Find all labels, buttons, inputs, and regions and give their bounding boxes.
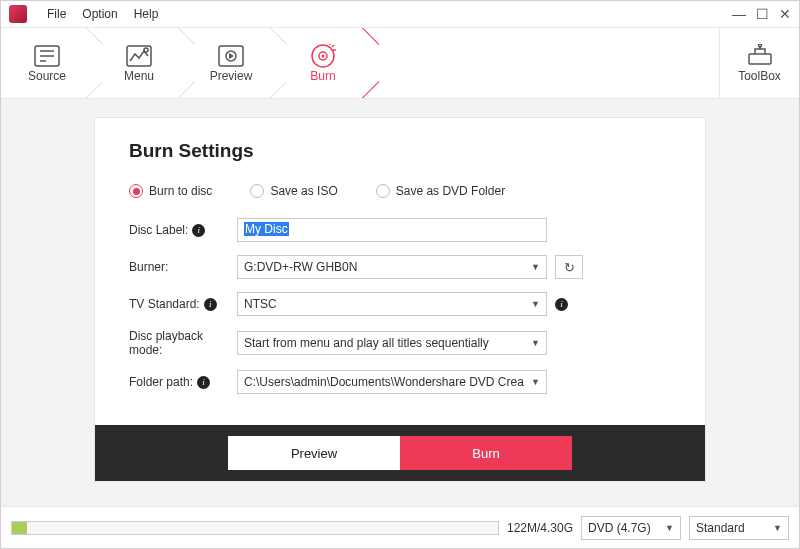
step-nav: Source Menu Preview Burn ToolBox [1,27,799,99]
quality-select[interactable]: Standard▼ [689,516,789,540]
info-icon[interactable]: i [204,298,217,311]
menubar: File Option Help — ☐ ✕ [1,1,799,27]
radio-label: Save as DVD Folder [396,184,505,198]
step-source[interactable]: Source [1,28,93,98]
capacity-text: 122M/4.30G [507,521,573,535]
preview-button[interactable]: Preview [228,436,400,470]
source-icon [32,43,62,69]
step-label: Burn [310,69,335,83]
chevron-down-icon: ▼ [531,299,540,309]
select-value: Start from menu and play all titles sequ… [244,336,489,350]
step-label: Menu [124,69,154,83]
burn-button[interactable]: Burn [400,436,572,470]
preview-icon [216,43,246,69]
capacity-fill [12,522,27,534]
label-folder-path: Folder path: i [129,375,237,389]
select-value: DVD (4.7G) [588,521,651,535]
select-value: Standard [696,521,745,535]
playback-mode-select[interactable]: Start from menu and play all titles sequ… [237,331,547,355]
close-icon[interactable]: ✕ [779,7,791,21]
workspace: Burn Settings Burn to disc Save as ISO S… [1,99,799,506]
menu-option[interactable]: Option [82,7,117,21]
label-burner: Burner: [129,260,237,274]
toolbox-label: ToolBox [738,69,781,83]
step-preview[interactable]: Preview [185,28,277,98]
step-label: Preview [210,69,253,83]
menu-file[interactable]: File [47,7,66,21]
svg-rect-12 [749,54,771,64]
folder-path-select[interactable]: C:\Users\admin\Documents\Wondershare DVD… [237,370,547,394]
status-bar: 122M/4.30G DVD (4.7G)▼ Standard▼ [1,506,799,548]
chevron-down-icon: ▼ [665,523,674,533]
select-value: G:DVD+-RW GHB0N [244,260,357,274]
step-menu[interactable]: Menu [93,28,185,98]
app-logo-icon [9,5,27,23]
toolbox-icon [747,44,773,69]
radio-save-as-dvd-folder[interactable]: Save as DVD Folder [376,184,505,198]
radio-label: Burn to disc [149,184,212,198]
minimize-icon[interactable]: — [732,7,746,21]
refresh-icon: ↻ [564,260,575,275]
label-disc-playback-mode: Disc playback mode: [129,329,237,357]
svg-marker-8 [229,53,234,59]
burner-select[interactable]: G:DVD+-RW GHB0N▼ [237,255,547,279]
radio-save-as-iso[interactable]: Save as ISO [250,184,337,198]
menu-help[interactable]: Help [134,7,159,21]
label-tv-standard: TV Standard: i [129,297,237,311]
window-controls: — ☐ ✕ [732,7,791,21]
svg-point-14 [758,44,761,47]
toolbox-button[interactable]: ToolBox [719,28,799,98]
output-mode-radios: Burn to disc Save as ISO Save as DVD Fol… [129,184,671,198]
radio-burn-to-disc[interactable]: Burn to disc [129,184,212,198]
capacity-bar [11,521,499,535]
info-icon[interactable]: i [555,298,568,311]
chevron-down-icon: ▼ [531,262,540,272]
refresh-burner-button[interactable]: ↻ [555,255,583,279]
chevron-down-icon: ▼ [531,377,540,387]
step-label: Source [28,69,66,83]
burn-settings-panel: Burn Settings Burn to disc Save as ISO S… [94,117,706,482]
step-burn[interactable]: Burn [277,28,369,98]
tv-standard-select[interactable]: NTSC▼ [237,292,547,316]
menu-icon [124,43,154,69]
chevron-down-icon: ▼ [773,523,782,533]
radio-label: Save as ISO [270,184,337,198]
disc-label-input[interactable]: My Disc [237,218,547,242]
chevron-down-icon: ▼ [531,338,540,348]
disc-type-select[interactable]: DVD (4.7G)▼ [581,516,681,540]
svg-point-11 [322,55,325,58]
select-value: C:\Users\admin\Documents\Wondershare DVD… [244,375,524,389]
select-value: NTSC [244,297,277,311]
info-icon[interactable]: i [192,224,205,237]
maximize-icon[interactable]: ☐ [756,7,769,21]
burn-icon [308,43,338,69]
action-bar: Preview Burn [95,425,705,481]
label-disc-label: Disc Label: i [129,223,237,237]
panel-title: Burn Settings [129,140,671,162]
info-icon[interactable]: i [197,376,210,389]
svg-point-5 [144,48,148,52]
